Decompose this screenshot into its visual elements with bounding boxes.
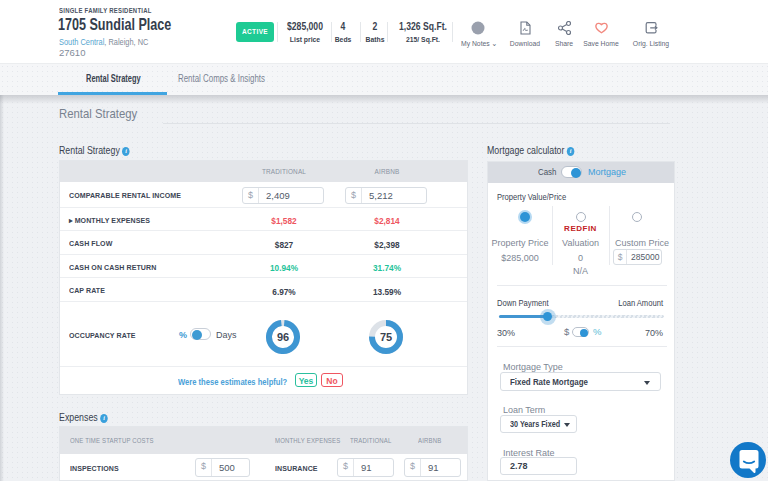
svg-text:75: 75 — [380, 331, 392, 343]
svg-text:96: 96 — [276, 331, 288, 343]
